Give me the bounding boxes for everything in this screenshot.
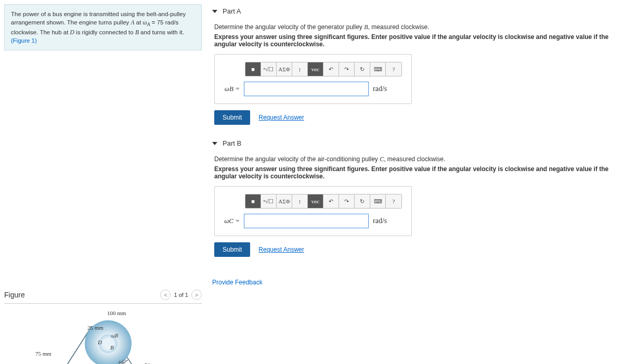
part-a-answer-input[interactable] [244, 82, 369, 96]
equation-toolbar: ■ ⁿ√☐ ΑΣΦ ↕ vec ↶ ↷ ↻ ⌨ ? [245, 62, 402, 76]
part-b-answer-box: ■ ⁿ√☐ ΑΣΦ ↕ vec ↶ ↷ ↻ ⌨ ? ωC = ra [214, 186, 412, 236]
equation-toolbar: ■ ⁿ√☐ ΑΣΦ ↕ vec ↶ ↷ ↻ ⌨ ? [245, 194, 402, 209]
part-a: Part A Determine the angular velocity of… [212, 4, 620, 125]
figure-prev-button[interactable]: < [160, 290, 171, 300]
part-a-var-label: ωB = [224, 85, 240, 93]
var-A: A [131, 19, 135, 25]
undo-button[interactable]: ↶ [323, 62, 339, 76]
part-a-submit-button[interactable]: Submit [214, 110, 250, 125]
figure-nav: < 1 of 1 > [160, 290, 202, 300]
templates-button[interactable]: ■ [245, 194, 261, 208]
figure-diagram: 100 mm 25 mm 75 mm 50 mm A B C D ωA ωB ω… [35, 310, 181, 364]
subsup-button[interactable]: ↕ [292, 194, 308, 208]
root-button[interactable]: ⁿ√☐ [261, 194, 277, 208]
part-b-submit-button[interactable]: Submit [214, 242, 250, 257]
part-a-title: Part A [223, 7, 241, 15]
greek-button[interactable]: ΑΣΦ [277, 194, 292, 208]
part-b-var-label: ωC = [224, 217, 240, 225]
figure-title: Figure [4, 291, 25, 299]
provide-feedback-link[interactable]: Provide Feedback [212, 279, 263, 286]
keyboard-button[interactable]: ⌨ [370, 194, 386, 208]
help-button[interactable]: ? [386, 62, 401, 76]
redo-button[interactable]: ↷ [339, 194, 355, 208]
redo-button[interactable]: ↷ [339, 62, 355, 76]
undo-button[interactable]: ↶ [323, 194, 339, 208]
part-b-answer-input[interactable] [244, 214, 369, 228]
var-B: B [135, 29, 139, 35]
part-b: Part B Determine the angular velocity of… [212, 136, 620, 257]
figure-link[interactable]: (Figure 1) [11, 37, 37, 44]
problem-statement: The power of a bus engine is transmitted… [4, 4, 202, 50]
part-b-request-answer[interactable]: Request Answer [258, 246, 304, 253]
part-b-unit: rad/s [373, 217, 387, 225]
part-b-instruction: Express your answer using three signific… [214, 165, 620, 180]
help-button[interactable]: ? [386, 194, 401, 208]
part-b-prompt: Determine the angular velocity of the ai… [214, 155, 620, 163]
subsup-button[interactable]: ↕ [292, 62, 308, 76]
reset-button[interactable]: ↻ [355, 194, 370, 208]
vec-button[interactable]: vec [308, 62, 323, 76]
greek-button[interactable]: ΑΣΦ [277, 62, 292, 76]
keyboard-button[interactable]: ⌨ [370, 62, 386, 76]
reset-button[interactable]: ↻ [355, 62, 370, 76]
part-a-instruction: Express your answer using three signific… [214, 33, 620, 48]
part-a-unit: rad/s [373, 85, 387, 93]
caret-down-icon [212, 142, 217, 145]
templates-button[interactable]: ■ [245, 62, 261, 76]
part-a-header[interactable]: Part A [212, 4, 620, 18]
part-b-title: Part B [223, 139, 241, 147]
part-a-request-answer[interactable]: Request Answer [258, 114, 304, 121]
part-b-header[interactable]: Part B [212, 136, 620, 150]
var-D: D [70, 29, 74, 35]
caret-down-icon [212, 10, 217, 13]
part-a-prompt: Determine the angular velocity of the ge… [214, 23, 620, 31]
figure-next-button[interactable]: > [191, 290, 202, 300]
part-a-answer-box: ■ ⁿ√☐ ΑΣΦ ↕ vec ↶ ↷ ↻ ⌨ ? ωB = ra [214, 54, 412, 104]
figure-section: Figure < 1 of 1 > 100 mm 25 mm [4, 290, 202, 364]
vec-button[interactable]: vec [308, 194, 323, 208]
figure-count: 1 of 1 [174, 292, 188, 298]
root-button[interactable]: ⁿ√☐ [261, 62, 277, 76]
